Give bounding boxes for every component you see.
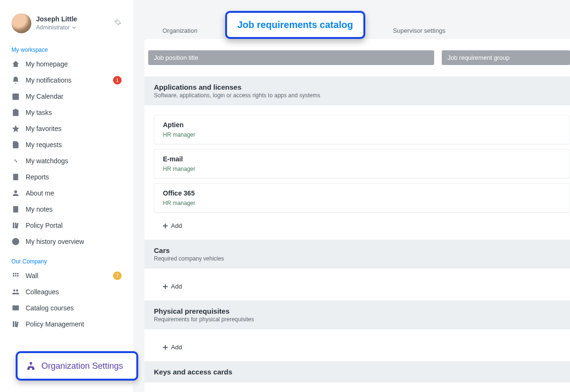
plus-icon: [162, 345, 168, 350]
add-label: Add: [171, 344, 182, 351]
plus-icon: [162, 223, 168, 229]
tab-label: Supervisor settings: [393, 27, 446, 34]
group-keys: Keys and access cards: [144, 361, 570, 383]
item-subtitle: HR manager: [163, 166, 561, 172]
sidebar-item-homepage[interactable]: My homepage: [0, 56, 133, 72]
tab-label: Job requirements catalog: [238, 19, 353, 30]
profile-role-row[interactable]: Administrator: [36, 24, 76, 31]
avatar: [11, 13, 31, 33]
sidebar-item-calendar[interactable]: My Calendar: [0, 88, 133, 104]
home-icon: [11, 60, 20, 68]
sidebar-item-colleagues[interactable]: Colleagues: [0, 284, 133, 300]
add-label: Add: [171, 222, 182, 229]
watchdog-icon: [11, 157, 20, 165]
add-button[interactable]: Add: [154, 339, 570, 355]
org-chart-icon: [26, 361, 36, 371]
profile-row: Joseph Little Administrator: [0, 13, 133, 38]
tabs-row: Organization Job requirements catalog Su…: [133, 0, 570, 39]
sidebar-item-about-me[interactable]: About me: [0, 185, 133, 201]
sidebar-item-label: My homepage: [26, 60, 122, 68]
sidebar-item-label: My notifications: [26, 76, 113, 84]
item-card[interactable]: Office 365 HR manager: [154, 183, 570, 213]
group-title: Keys and access cards: [154, 368, 560, 376]
sidebar-item-catalog-courses[interactable]: Catalog courses: [0, 300, 133, 316]
settings-gear-button[interactable]: [114, 19, 122, 28]
sidebar-item-notifications[interactable]: My notifications 1: [0, 72, 133, 88]
group-physical: Physical prerequisites Requirements for …: [144, 300, 570, 329]
notification-badge: 1: [113, 76, 122, 84]
main: Organization Job requirements catalog Su…: [133, 0, 570, 392]
group-applications: Applications and licenses Software, appl…: [144, 76, 570, 105]
document-icon: [11, 140, 20, 149]
item-card[interactable]: Aptien HR manager: [154, 115, 570, 144]
sidebar-item-reports[interactable]: Reports: [0, 169, 133, 185]
calendar-icon: [11, 92, 20, 101]
person-icon: [11, 189, 20, 197]
group-subtitle: Required company vehicles: [154, 255, 560, 262]
section-our-company: Our Company: [0, 250, 133, 268]
tab-organization[interactable]: Organization: [152, 22, 208, 39]
sidebar-item-requests[interactable]: My requests: [0, 137, 133, 153]
sidebar-item-policy-portal[interactable]: Policy Portal: [0, 217, 133, 233]
sidebar-item-label: My requests: [26, 141, 122, 149]
group-items: Add: [144, 330, 570, 361]
item-card[interactable]: E-mail HR manager: [154, 149, 570, 178]
sidebar-item-label: Colleagues: [26, 288, 122, 296]
item-subtitle: HR manager: [163, 200, 561, 206]
column-header-title: Job position title: [148, 50, 434, 65]
people-icon: [11, 288, 20, 296]
bell-icon: [11, 76, 20, 84]
sidebar-item-label: My Calendar: [26, 93, 122, 100]
sidebar: Joseph Little Administrator My workspace…: [0, 0, 133, 392]
sidebar-item-favorites[interactable]: My favorites: [0, 121, 133, 137]
book-open-icon: [11, 304, 20, 312]
star-icon: [11, 124, 20, 133]
clipboard-icon: [11, 108, 20, 117]
sidebar-item-history[interactable]: My history overview: [0, 233, 133, 250]
sidebar-item-wall[interactable]: Wall 7: [0, 268, 133, 284]
add-label: Add: [171, 283, 182, 290]
sidebar-item-notes[interactable]: My notes: [0, 201, 133, 217]
section-my-workspace: My workspace: [0, 38, 133, 56]
group-subtitle: Software, applications, login or access …: [154, 92, 560, 99]
sidebar-item-tasks[interactable]: My tasks: [0, 104, 133, 121]
sidebar-item-label: Catalog courses: [26, 304, 122, 312]
item-title: Office 365: [163, 189, 561, 197]
plus-icon: [162, 284, 168, 289]
sidebar-item-label: My notes: [26, 205, 122, 213]
notes-icon: [11, 205, 20, 214]
tab-job-requirements-catalog[interactable]: Job requirements catalog: [225, 11, 365, 39]
org-settings-label: Organization Settings: [41, 361, 123, 371]
group-title: Applications and licenses: [154, 83, 560, 91]
report-icon: [11, 173, 20, 181]
sidebar-item-label: My watchdogs: [26, 157, 122, 165]
sidebar-item-watchdogs[interactable]: My watchdogs: [0, 153, 133, 169]
sidebar-item-label: Wall: [26, 272, 113, 280]
wall-badge: 7: [113, 271, 122, 280]
sidebar-item-label: Policy Management: [26, 320, 122, 328]
sidebar-item-label: My tasks: [26, 109, 122, 116]
content-panel: Job position title Job requirement group…: [144, 39, 570, 392]
column-header-group: Job requirement group: [442, 50, 570, 65]
add-button[interactable]: Add: [154, 217, 570, 234]
sidebar-item-organization-settings[interactable]: Organization Settings: [16, 351, 138, 381]
group-items: Aptien HR manager E-mail HR manager Offi…: [144, 106, 570, 240]
sidebar-item-label: Reports: [26, 173, 122, 181]
svg-rect-0: [30, 363, 31, 364]
svg-rect-2: [32, 368, 34, 369]
sidebar-item-label: About me: [26, 189, 122, 197]
profile-role-label: Administrator: [36, 24, 70, 31]
profile-name: Joseph Little: [36, 15, 114, 23]
grid-icon: [11, 271, 20, 280]
tab-supervisor-settings[interactable]: Supervisor settings: [382, 22, 456, 39]
group-subtitle: Requirements for physical prerequisites: [154, 316, 560, 323]
item-subtitle: HR manager: [163, 131, 561, 138]
add-button[interactable]: Add: [154, 278, 570, 295]
sidebar-item-policy-management[interactable]: Policy Management: [0, 316, 133, 332]
tab-label: Organization: [162, 27, 198, 34]
history-icon: [11, 237, 20, 246]
group-cars: Cars Required company vehicles: [144, 240, 570, 269]
sidebar-item-label: My favorites: [26, 125, 122, 132]
sidebar-item-label: Policy Portal: [26, 222, 122, 229]
sidebar-item-label: My history overview: [26, 238, 122, 245]
